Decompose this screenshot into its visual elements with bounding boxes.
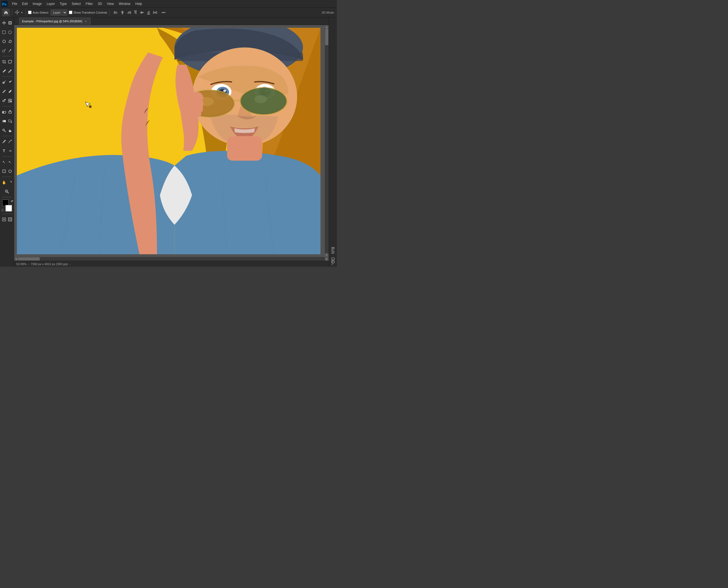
separator-1 <box>12 10 12 15</box>
align-right-edges-btn[interactable] <box>126 9 132 16</box>
scroll-track-horizontal[interactable] <box>18 257 325 261</box>
scroll-track-vertical[interactable] <box>325 29 329 253</box>
auto-select-checkbox[interactable] <box>28 10 31 14</box>
menu-window[interactable]: Window <box>117 1 133 6</box>
rotate-view-btn[interactable] <box>7 178 13 187</box>
right-panel-collapse-top[interactable]: › <box>331 19 335 244</box>
healing-brush-btn[interactable] <box>7 78 13 87</box>
crop-pair <box>1 58 13 66</box>
svg-rect-41 <box>8 101 10 102</box>
horizontal-type-btn[interactable]: T <box>1 146 7 155</box>
hand-tool-btn[interactable]: ✋ <box>1 178 7 187</box>
direct-selection-btn[interactable]: ↖ <box>7 158 13 166</box>
move-artboard-pair <box>1 19 13 27</box>
svg-rect-45 <box>9 111 12 113</box>
horizontal-scrollbar[interactable]: ◄ ► <box>14 257 329 261</box>
zoom-tool-btn[interactable] <box>1 187 13 196</box>
dodge-tool-btn[interactable] <box>1 126 7 135</box>
status-arrow-right[interactable]: › <box>28 262 29 266</box>
scroll-thumb-vertical[interactable] <box>325 29 328 45</box>
scroll-up-btn[interactable]: ▲ <box>325 25 329 29</box>
svg-rect-10 <box>127 13 130 13</box>
gradient-pair <box>1 117 13 126</box>
menu-filter[interactable]: Filter <box>84 1 95 6</box>
magic-wand-btn[interactable] <box>7 46 13 55</box>
scroll-down-btn[interactable]: ▼ <box>325 253 329 257</box>
align-top-edges-btn[interactable] <box>132 9 138 16</box>
scroll-thumb-horizontal[interactable] <box>18 257 40 260</box>
swap-colors-icon[interactable]: ⇄ <box>11 200 13 203</box>
scroll-left-btn[interactable]: ◄ <box>14 257 18 261</box>
burn-tool-btn[interactable] <box>7 126 13 135</box>
menu-layer[interactable]: Layer <box>44 1 57 6</box>
svg-rect-37 <box>4 99 6 100</box>
quick-selection-btn[interactable] <box>1 46 7 55</box>
polygonal-lasso-btn[interactable] <box>7 37 13 46</box>
path-selection-btn[interactable]: ↖ <box>1 158 7 166</box>
menu-type[interactable]: Type <box>58 1 69 6</box>
spot-healing-btn[interactable] <box>1 78 7 87</box>
rectangle-tool-btn[interactable] <box>1 167 7 175</box>
quick-mask-btn[interactable] <box>1 215 7 224</box>
properties-panel-btn[interactable] <box>330 246 336 254</box>
left-panel-collapse[interactable]: ‹ <box>15 17 19 25</box>
pencil-tool-btn[interactable] <box>7 87 13 96</box>
align-left-edges-btn[interactable] <box>113 9 119 16</box>
lasso-tool-btn[interactable] <box>1 37 7 46</box>
menu-3d[interactable]: 3D <box>95 1 104 6</box>
elliptical-marquee-btn[interactable] <box>7 28 13 37</box>
svg-rect-87 <box>227 136 262 161</box>
menu-view[interactable]: View <box>105 1 116 6</box>
menu-edit[interactable]: Edit <box>20 1 30 6</box>
move-tool-icon <box>15 10 20 15</box>
home-button[interactable] <box>2 9 10 16</box>
brush-tool-btn[interactable] <box>1 87 7 96</box>
adjustments-panel-btn[interactable]: PS PS <box>330 257 336 266</box>
svg-rect-21 <box>156 11 157 14</box>
menu-select[interactable]: Select <box>69 1 83 6</box>
screen-mode-btn[interactable] <box>7 215 13 224</box>
show-transform-checkbox[interactable] <box>69 10 72 14</box>
bg-eraser-btn[interactable] <box>7 107 13 116</box>
tab-close-btn[interactable]: × <box>84 19 88 23</box>
clone-stamp-btn[interactable] <box>1 97 7 105</box>
crop-tool-btn[interactable] <box>1 58 7 66</box>
gradient-tool-btn[interactable] <box>1 117 7 126</box>
eraser-tool-btn[interactable] <box>1 107 7 116</box>
move-tool-btn[interactable] <box>1 19 7 27</box>
eyedropper-btn[interactable] <box>1 67 7 76</box>
menu-file[interactable]: File <box>10 1 19 6</box>
freeform-pen-btn[interactable] <box>7 137 13 146</box>
artboard-tool-btn[interactable] <box>7 19 13 27</box>
pattern-stamp-btn[interactable] <box>7 97 13 105</box>
rectangular-marquee-btn[interactable] <box>1 28 7 37</box>
scroll-right-btn[interactable]: ► <box>325 257 329 261</box>
layer-select[interactable]: Layer Group <box>51 9 67 16</box>
svg-rect-93 <box>331 250 333 250</box>
tool-sep-2 <box>2 77 12 77</box>
color-swatches[interactable]: ⇄ ⬛ <box>1 200 13 211</box>
status-arrow-left[interactable]: ‹ <box>69 262 70 266</box>
stamp-pair <box>1 97 13 105</box>
default-colors-icon[interactable]: ⬛ <box>1 209 4 211</box>
background-color-swatch[interactable] <box>5 205 12 211</box>
svg-rect-39 <box>8 99 10 101</box>
vertical-scrollbar[interactable]: ▲ ▼ <box>325 25 329 257</box>
align-center-vert-btn[interactable] <box>139 9 145 16</box>
more-options-btn[interactable]: ••• <box>160 9 167 16</box>
color-sampler-btn[interactable] <box>7 67 13 76</box>
canvas-viewport[interactable]: ▲ ▼ <box>14 25 329 257</box>
pen-tool-btn[interactable] <box>1 137 7 146</box>
3d-mode-label: 3D Mode: <box>322 11 335 14</box>
vertical-type-btn[interactable]: T <box>7 146 13 155</box>
paint-bucket-btn[interactable] <box>7 117 13 126</box>
align-bottom-edges-btn[interactable] <box>146 9 152 16</box>
menu-image[interactable]: Image <box>30 1 44 6</box>
align-center-horiz-btn[interactable] <box>119 9 126 16</box>
ellipse-tool-btn[interactable] <box>7 167 13 175</box>
document-tab[interactable]: Example - PiXimperfect.jpg @ 54% (RGB/8#… <box>19 17 91 25</box>
perspective-crop-btn[interactable] <box>7 58 13 66</box>
move-tool-dropdown-btn[interactable]: ▾ <box>20 9 23 16</box>
menu-help[interactable]: Help <box>133 1 144 6</box>
distribute-btn[interactable] <box>152 9 158 16</box>
